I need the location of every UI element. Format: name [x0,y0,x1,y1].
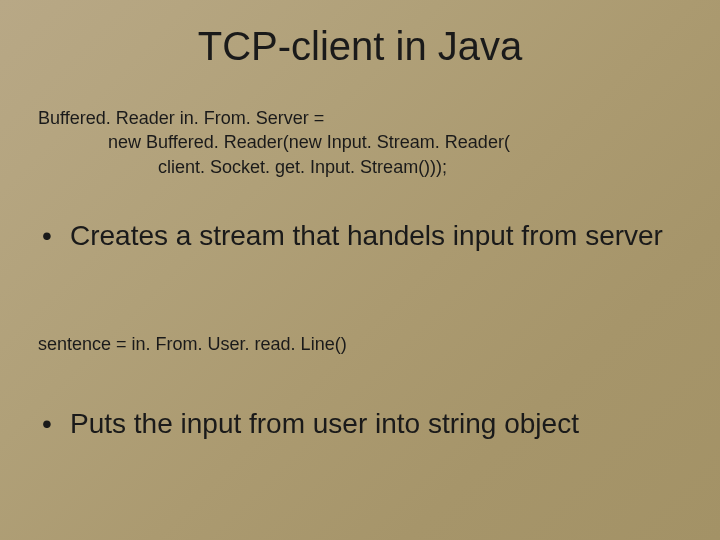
code-line: Buffered. Reader in. From. Server = [38,106,510,130]
bullet-dot-icon: • [42,406,52,441]
bullet-item-2: • Puts the input from user into string o… [42,406,670,441]
bullet-item-1: • Creates a stream that handels input fr… [42,218,670,253]
code-line: sentence = in. From. User. read. Line() [38,334,347,355]
slide: TCP-client in Java Buffered. Reader in. … [0,0,720,540]
bullet-text: Puts the input from user into string obj… [42,406,670,441]
code-block-2: sentence = in. From. User. read. Line() [38,334,347,355]
code-line: new Buffered. Reader(new Input. Stream. … [38,130,510,154]
slide-title: TCP-client in Java [0,24,720,69]
bullet-dot-icon: • [42,218,52,253]
bullet-text: Creates a stream that handels input from… [42,218,670,253]
code-line: client. Socket. get. Input. Stream())); [38,155,510,179]
code-block-1: Buffered. Reader in. From. Server = new … [38,106,510,179]
